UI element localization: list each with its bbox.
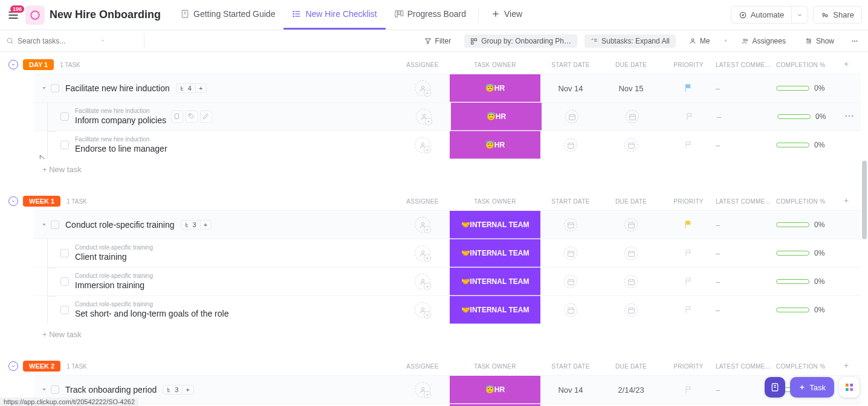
owner-cell[interactable]: 😇HR — [450, 131, 540, 159]
priority-flag[interactable] — [661, 83, 716, 93]
new-task-fab[interactable]: Task — [790, 377, 834, 398]
date-placeholder[interactable] — [540, 246, 601, 260]
col-due[interactable]: DUE DATE — [601, 363, 661, 370]
owner-cell[interactable]: 🤝INTERNAL TEAM — [450, 239, 540, 267]
date-placeholder[interactable] — [540, 303, 601, 317]
task-name[interactable]: Facilitate new hire induction Inform com… — [75, 108, 166, 126]
add-column-icon[interactable] — [843, 197, 861, 206]
expand-caret-icon[interactable] — [41, 385, 47, 395]
automate-button[interactable]: Automate — [731, 6, 792, 24]
date-placeholder[interactable] — [601, 218, 661, 231]
task-row[interactable]: Facilitate new hire induction Inform com… — [34, 102, 861, 130]
date-placeholder[interactable] — [602, 110, 662, 123]
owner-cell[interactable]: 😇HR — [451, 103, 542, 130]
date-cell[interactable]: Nov 15 — [601, 84, 661, 93]
task-name[interactable]: Conduct role-specific training Set short… — [75, 301, 228, 319]
date-placeholder[interactable] — [542, 110, 602, 123]
date-placeholder[interactable] — [540, 218, 601, 231]
more-button[interactable] — [847, 35, 862, 47]
completion-cell[interactable]: 0% — [776, 306, 843, 314]
filter-button[interactable]: Filter — [418, 34, 458, 48]
completion-cell[interactable]: 0% — [777, 112, 844, 121]
me-button[interactable]: Me — [683, 34, 716, 48]
row-more-icon[interactable] — [844, 111, 861, 123]
task-name[interactable]: Conduct role-specific training Immersion… — [75, 272, 153, 291]
subtask-count[interactable]: 3+ — [163, 385, 194, 395]
owner-cell[interactable]: 🤝INTERNAL TEAM — [450, 211, 540, 239]
col-prio[interactable]: PRIORITY — [661, 198, 716, 205]
task-checkbox[interactable] — [60, 249, 69, 257]
date-cell[interactable]: Nov 14 — [540, 385, 601, 395]
assignee-cell[interactable]: + — [395, 137, 450, 153]
col-assignee[interactable]: ASSIGNEE — [395, 198, 450, 205]
assignee-cell[interactable]: + — [395, 302, 450, 318]
col-assignee[interactable]: ASSIGNEE — [395, 363, 450, 370]
col-latest[interactable]: LATEST COMME… — [716, 363, 776, 370]
completion-cell[interactable]: 0% — [776, 277, 843, 286]
col-assignee[interactable]: ASSIGNEE — [395, 62, 450, 68]
assignee-cell[interactable]: + — [395, 274, 450, 289]
scrollbar-track[interactable] — [861, 52, 867, 406]
task-row[interactable]: Conduct role-specific training Immersion… — [34, 267, 861, 295]
date-placeholder[interactable] — [601, 275, 661, 288]
assignees-button[interactable]: Assignees — [736, 34, 792, 48]
task-row[interactable]: Track onboarding period Set up training … — [34, 404, 861, 406]
col-comp[interactable]: COMPLETION % — [776, 198, 843, 205]
scrollbar-thumb[interactable] — [862, 161, 867, 239]
share-button[interactable]: Share — [813, 6, 862, 24]
copy-link-icon[interactable] — [171, 111, 183, 123]
date-cell[interactable]: Nov 14 — [540, 84, 601, 93]
task-checkbox[interactable] — [60, 306, 69, 314]
col-owner[interactable]: TASK OWNER — [450, 62, 540, 68]
collapse-group-icon[interactable] — [8, 196, 18, 206]
latest-comment-cell[interactable]: – — [716, 221, 776, 230]
priority-placeholder[interactable] — [661, 275, 716, 288]
task-name[interactable]: Conduct role-specific training — [65, 220, 175, 230]
add-view-button[interactable]: View — [482, 0, 531, 30]
show-button[interactable]: Show — [799, 34, 840, 48]
assignee-cell[interactable]: + — [395, 245, 450, 261]
priority-placeholder[interactable] — [661, 383, 716, 396]
menu-icon[interactable]: 196 — [6, 8, 21, 22]
automate-caret[interactable] — [791, 6, 808, 24]
task-checkbox[interactable] — [60, 277, 69, 286]
owner-cell[interactable]: 🤝INTERNAL TEAM — [450, 268, 540, 295]
task-row[interactable]: Conduct role-specific training Set short… — [34, 295, 861, 324]
task-checkbox[interactable] — [51, 84, 59, 92]
date-placeholder[interactable] — [601, 138, 661, 152]
apps-fab[interactable] — [839, 377, 860, 398]
owner-cell[interactable]: 🤝INTERNAL TEAM — [450, 296, 540, 324]
assignee-cell[interactable]: + — [395, 217, 450, 233]
notepad-fab[interactable] — [765, 377, 785, 398]
assignee-cell[interactable]: + — [395, 382, 450, 398]
task-checkbox[interactable] — [60, 141, 69, 149]
latest-comment-cell[interactable]: – — [717, 112, 777, 121]
expand-caret-icon[interactable] — [41, 84, 47, 93]
task-row[interactable]: Facilitate new hire induction Endorse to… — [34, 130, 861, 159]
completion-cell[interactable]: 0% — [776, 249, 843, 257]
priority-placeholder[interactable] — [661, 246, 716, 260]
col-latest[interactable]: LATEST COMME… — [716, 62, 776, 68]
phase-chip[interactable]: WEEK 2 — [23, 361, 60, 372]
expand-caret-icon[interactable] — [41, 221, 47, 230]
new-task-button[interactable]: + New task — [8, 324, 861, 339]
col-start[interactable]: START DATE — [540, 363, 601, 370]
tab-new-hire-checklist[interactable]: New Hire Checklist — [283, 0, 385, 30]
assignee-cell[interactable]: + — [395, 80, 450, 96]
completion-cell[interactable]: 0% — [776, 141, 843, 149]
tag-icon[interactable] — [186, 111, 198, 123]
tab-progress-board[interactable]: Progress Board — [386, 0, 474, 30]
collapse-group-icon[interactable] — [8, 60, 18, 69]
phase-chip[interactable]: WEEK 1 — [23, 196, 60, 207]
add-column-icon[interactable] — [843, 60, 861, 69]
date-cell[interactable]: 2/14/23 — [601, 385, 661, 395]
tab-getting-started[interactable]: Getting Started Guide — [172, 0, 283, 30]
task-row[interactable]: Conduct role-specific training Client tr… — [34, 239, 861, 267]
priority-placeholder[interactable] — [662, 110, 717, 123]
rename-icon[interactable] — [200, 111, 212, 123]
date-placeholder[interactable] — [540, 275, 601, 288]
new-task-button[interactable]: + New task — [8, 159, 861, 174]
search-caret[interactable] — [100, 37, 106, 45]
latest-comment-cell[interactable]: – — [716, 141, 776, 150]
col-latest[interactable]: LATEST COMME… — [716, 198, 776, 205]
